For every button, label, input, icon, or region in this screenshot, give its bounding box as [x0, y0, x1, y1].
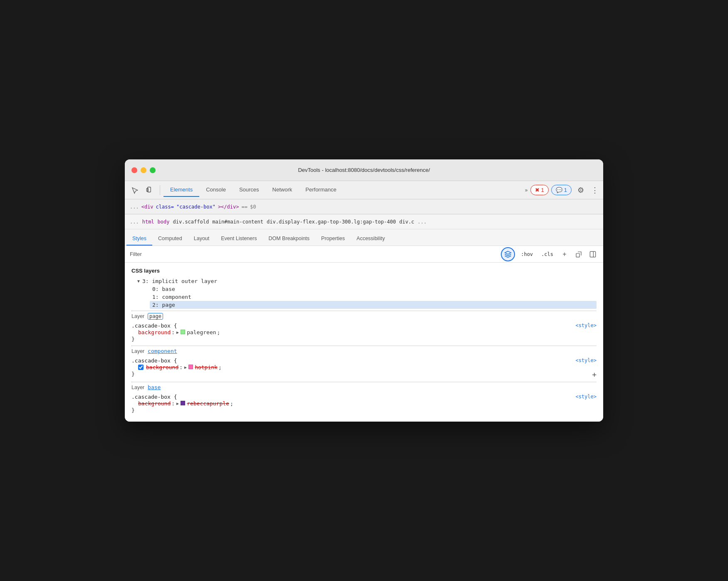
layer-component-property-line: background : ▶ hotpink ;: [131, 364, 597, 371]
dom-path-body[interactable]: body: [158, 219, 170, 225]
layer-component-link[interactable]: component: [148, 348, 177, 354]
layer-base-property-line: background : ▶ rebeccapurple ;: [131, 400, 597, 407]
layer-base-color-swatch[interactable]: [181, 401, 185, 405]
dom-path-main[interactable]: main#main-content: [212, 219, 263, 225]
settings-button[interactable]: ⚙: [574, 184, 587, 197]
styles-sub-tabs: Styles Computed Layout Event Listeners D…: [125, 229, 603, 246]
dom-path-bar: ... html body div.scaffold main#main-con…: [125, 214, 603, 229]
tab-network[interactable]: Network: [266, 183, 299, 197]
layer-page-section: Layer page: [131, 313, 597, 319]
layer-page-semicolon: ;: [217, 329, 220, 335]
layer-base-expand-arrow[interactable]: ▶: [176, 401, 179, 406]
layer-component-rule: .cascade-box { <style> background : ▶ ho…: [131, 358, 597, 378]
inspect-element-button[interactable]: [128, 184, 141, 197]
layer-base-rule: .cascade-box { <style> background : ▶ re…: [131, 394, 597, 413]
more-options-button[interactable]: ⋮: [590, 184, 600, 197]
tab-sources[interactable]: Sources: [233, 183, 266, 197]
layer-base-value: rebeccapurple: [187, 400, 229, 407]
dom-path-html[interactable]: html: [142, 219, 154, 225]
layer-component-source[interactable]: <style>: [575, 358, 597, 363]
breadcrumb-attr-name: class=: [156, 204, 174, 210]
tab-elements[interactable]: Elements: [163, 183, 199, 197]
filter-bar: Filter :hov .cls +: [125, 246, 603, 263]
minimize-button[interactable]: [141, 167, 146, 173]
breadcrumb-dollar: $0: [250, 204, 256, 210]
layer-component-closing: }: [131, 371, 592, 378]
layer-component-prop-name: background: [146, 364, 178, 370]
subtab-styles[interactable]: Styles: [126, 232, 152, 246]
info-count: 1: [564, 187, 567, 193]
info-icon: 💬: [556, 187, 562, 193]
layer-component-rule-footer: } +: [131, 371, 597, 378]
layer-base-rule-header: .cascade-box { <style>: [131, 394, 597, 400]
layer-component-colon: :: [179, 364, 183, 370]
filter-controls: :hov .cls +: [501, 247, 598, 261]
section-divider-1: [131, 310, 597, 311]
layer-page-color-swatch[interactable]: [181, 330, 185, 334]
copy-styles-button[interactable]: [573, 249, 584, 260]
toolbar-right: » ✖ 1 💬 1 ⚙ ⋮: [525, 184, 600, 197]
tree-triangle-icon: ▼: [137, 279, 140, 283]
subtab-layout[interactable]: Layout: [188, 232, 215, 246]
layer-component-rule-header: .cascade-box { <style>: [131, 358, 597, 364]
cls-toggle[interactable]: .cls: [539, 250, 556, 258]
svg-rect-2: [576, 253, 579, 257]
tab-performance[interactable]: Performance: [299, 183, 343, 197]
styles-panel: CSS layers ▼ 3: implicit outer layer 0: …: [125, 263, 603, 422]
add-property-button[interactable]: +: [592, 371, 597, 378]
more-tabs-button[interactable]: »: [525, 187, 528, 193]
tab-console[interactable]: Console: [199, 183, 233, 197]
subtab-event-listeners[interactable]: Event Listeners: [215, 232, 262, 246]
layer-tree-component[interactable]: 1: component: [150, 293, 597, 301]
dom-path-flex-div[interactable]: div.display-flex.gap-top-300.lg:gap-top-…: [267, 219, 396, 225]
breadcrumb-attr-value: "cascade-box": [176, 204, 215, 210]
layer-component-override-checkbox[interactable]: [138, 365, 144, 370]
layer-page-source[interactable]: <style>: [575, 323, 597, 328]
dom-path-scaffold[interactable]: div.scaffold: [173, 219, 209, 225]
layer-tree-base[interactable]: 0: base: [150, 285, 597, 293]
layer-tree-page[interactable]: 2: page: [150, 301, 597, 309]
layer-base-source[interactable]: <style>: [575, 394, 597, 400]
subtab-accessibility[interactable]: Accessibility: [351, 232, 391, 246]
window-title: DevTools - localhost:8080/docs/devtools/…: [298, 167, 430, 173]
subtab-computed[interactable]: Computed: [152, 232, 188, 246]
layer-page-closing: }: [131, 336, 597, 342]
hov-toggle[interactable]: :hov: [518, 250, 535, 258]
device-toolbar-button[interactable]: [143, 184, 156, 197]
error-badge-button[interactable]: ✖ 1: [530, 185, 549, 195]
layer-component-section: Layer component: [131, 348, 597, 354]
layer-base-prop-name: background: [138, 400, 171, 407]
layer-component-color-swatch[interactable]: [188, 365, 193, 369]
layer-base-section: Layer base: [131, 384, 597, 390]
breadcrumb-tag: <div: [141, 204, 154, 210]
layer-page-prop-name: background: [138, 329, 171, 335]
layer-page-value: palegreen: [187, 329, 216, 335]
subtab-dom-breakpoints[interactable]: DOM Breakpoints: [262, 232, 315, 246]
add-style-button[interactable]: +: [559, 249, 570, 260]
sidebar-toggle-button[interactable]: [587, 249, 598, 260]
css-layers-title: CSS layers: [131, 268, 597, 274]
layer-page-expand-arrow[interactable]: ▶: [176, 330, 179, 335]
maximize-button[interactable]: [150, 167, 156, 173]
subtab-properties[interactable]: Properties: [315, 232, 351, 246]
layers-filter-button[interactable]: [501, 247, 515, 261]
layer-component-value: hotpink: [195, 364, 218, 370]
devtools-toolbar: Elements Console Sources Network Perform…: [125, 181, 603, 199]
info-badge-button[interactable]: 💬 1: [551, 185, 572, 195]
layer-component-semicolon: ;: [218, 364, 222, 370]
layer-component-selector: .cascade-box {: [131, 358, 177, 364]
error-count: 1: [541, 187, 544, 193]
layer-tree-root-label: 3: implicit outer layer: [142, 278, 217, 284]
layer-page-rule: .cascade-box { <style> background : ▶ pa…: [131, 323, 597, 342]
dom-path-div-c[interactable]: div.c: [399, 219, 414, 225]
layer-base-link[interactable]: base: [148, 384, 161, 390]
layer-page-selector: .cascade-box {: [131, 323, 177, 329]
layer-component-expand-arrow[interactable]: ▶: [184, 365, 187, 370]
filter-label: Filter: [130, 251, 498, 257]
layer-base-selector: .cascade-box {: [131, 394, 177, 400]
layer-page-link[interactable]: page: [148, 313, 163, 320]
close-button[interactable]: [131, 167, 137, 173]
toolbar-divider: [160, 185, 160, 195]
layer-tree-root[interactable]: ▼ 3: implicit outer layer: [135, 277, 597, 285]
layer-base-colon: :: [171, 400, 175, 407]
